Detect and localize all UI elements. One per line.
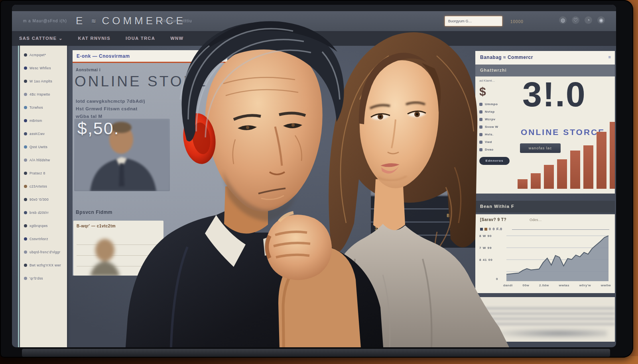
sidebar-item-2[interactable]: W 1ao Amplts	[24, 79, 65, 83]
bar-2	[531, 173, 541, 189]
sidebar-item-label: Cssvrtrksrz	[30, 237, 48, 241]
bell-icon[interactable]: ◔	[585, 16, 592, 24]
sidebar-item-13[interactable]: xgtbrqrqws	[24, 224, 65, 228]
left-sidebar: Acmpqwt*Wesc WhfiesW 1ao Amplts4Bc Hspwt…	[20, 44, 67, 347]
bar-5	[570, 151, 580, 189]
menu-icon[interactable]: ≡	[608, 55, 611, 59]
metric-value: 3!.0	[522, 76, 586, 115]
mini-item-label: Hvls.	[485, 133, 494, 136]
table-row-3[interactable]: 8040 0	[371, 236, 475, 248]
sidebar-item-12[interactable]: brsb d20t/rr	[24, 211, 65, 215]
mini-sidebar-item-3[interactable]: Svow W	[479, 125, 513, 129]
sidebar-item-4[interactable]: Tcrwhes	[24, 106, 65, 110]
sidebar-item-9[interactable]: Pratsez 8	[24, 171, 65, 175]
blurred-list-panel	[475, 297, 615, 342]
mini-sidebar-item-2[interactable]: Wzrpv	[479, 117, 513, 121]
sidebar-item-icon	[24, 67, 27, 70]
mini-sidebar-button[interactable]: Ednnvros	[479, 157, 510, 165]
sidebar-item-3[interactable]: 4Bc Hspwtte	[24, 92, 65, 96]
store-title: ONLINE STORE	[75, 73, 208, 90]
section-header: Bpsvcn Fidmm	[76, 209, 112, 215]
sidebar-item-label: 90x0 '0/300	[30, 198, 49, 202]
table-row-2[interactable]: 35973 del 0 0	[371, 223, 475, 235]
sidebar-item-10[interactable]: c23Artetss	[24, 184, 65, 188]
sidebar-item-17[interactable]: 'qr'b'dss	[24, 276, 65, 280]
sidebar-item-label: A/A hfddshw	[30, 158, 50, 162]
sidebar-item-icon	[24, 159, 27, 162]
mini-sidebar-item-0[interactable]: Ummpo	[479, 102, 513, 106]
header-hint: 10000	[510, 20, 524, 24]
mini-item-label: Svow W	[485, 125, 498, 129]
monitor-scene: m a Maur@sFnd i(h) E ≋ COMMERCE Glousun …	[0, 0, 638, 364]
sidebar-item-icon	[24, 211, 27, 214]
sidebar-item-11[interactable]: 90x0 '0/300	[24, 198, 65, 202]
sidebar-item-7[interactable]: Qsst Uwtts	[24, 145, 65, 149]
mini-sidebar-item-6[interactable]: Dvao	[479, 148, 513, 151]
store-eyebrow: Aonstvmai i	[76, 68, 100, 72]
sidebar-item-14[interactable]: Cssvrtrksrz	[24, 237, 65, 241]
x-axis-label-3: wwtas	[559, 284, 569, 287]
mini-sidebar-item-1[interactable]: Nvtsp	[479, 110, 513, 114]
sidebar-item-icon	[24, 132, 27, 135]
bar-6	[583, 145, 593, 189]
sidebar-item-15[interactable]: ubqrd-frenc'd'vlggr	[24, 250, 65, 254]
blurred-text-blob	[487, 328, 607, 339]
orders-header-right: (zkt)	[457, 186, 465, 190]
analytics-panel: Banabag ≈ Commercr ≡ Ghattwrzhi ad Klamt…	[475, 51, 615, 342]
mini-sidebar-item-4[interactable]: Hvls.	[479, 133, 513, 136]
sidebar-item-icon	[24, 145, 27, 149]
price-label: $,50.	[77, 119, 120, 138]
search-input[interactable]	[445, 16, 502, 26]
bar-7	[597, 132, 606, 189]
bar-4	[557, 159, 567, 189]
mini-item-icon	[479, 103, 482, 106]
monitor-bezel-bottom	[22, 349, 610, 357]
area-chart-card: [Sarav? 9 T? Odes… 0 0 F.0 8 W 907 W 998…	[475, 214, 615, 293]
nav-item-2[interactable]: IOUA TRCA	[126, 36, 155, 41]
store-brand: E-onk — Cnosvirmam	[77, 53, 130, 59]
nav-item-0[interactable]: SAS CATTONE ⌄	[19, 36, 63, 41]
sidebar-item-1[interactable]: Wesc Whfies	[24, 66, 65, 70]
sidebar-item-8[interactable]: A/A hfddshw	[24, 158, 65, 162]
table-row-0[interactable]: 6614.0word 0949	[371, 196, 475, 208]
sidebar-item-6[interactable]: assKCwv	[24, 132, 65, 136]
screen-edge-highlight	[18, 43, 19, 347]
sidebar-item-icon	[24, 80, 27, 83]
x-axis-labels: dandi00w2.0dwwwtasw0ry'www0w	[503, 284, 611, 287]
mini-item-label: Ummpo	[485, 102, 498, 106]
table-cell-c1: AW	[375, 213, 397, 218]
sidebar-item-icon	[24, 93, 27, 96]
user-icon[interactable]: ◍	[559, 16, 567, 24]
heart-icon[interactable]: ♡	[572, 16, 579, 24]
app-header: m a Maur@sFnd i(h) E ≋ COMMERCE Glousun …	[12, 11, 616, 31]
bar-1	[518, 179, 528, 189]
store-paragraph: Iotd cawvgkshcmctp 7dbAd/jHst Grmwd Fits…	[76, 99, 211, 121]
sidebar-item-16[interactable]: Bwt wzhg'rrXX wwr	[24, 263, 65, 267]
customer-photo-blur	[87, 237, 123, 276]
sidebar-item-icon	[24, 277, 27, 280]
header-right-text: Glousun tutttiu	[160, 19, 192, 23]
sidebar-item-label: Acmpqwt*	[30, 53, 46, 57]
sidebar-item-label: mBrtsm	[30, 119, 42, 123]
x-axis-label-2: 2.0dw	[539, 284, 549, 287]
mini-sidebar-item-5[interactable]: Vwd	[479, 140, 513, 144]
bar-8	[610, 122, 615, 189]
sidebar-item-5[interactable]: mBrtsm	[24, 119, 65, 123]
table-row-1[interactable]: AWNB45 8996 0	[371, 209, 475, 221]
chart-section-title: Bean Withia F	[480, 204, 514, 209]
sidebar-item-label: brsb d20t/rr	[30, 211, 49, 215]
mini-item-label: Nvtsp	[485, 110, 495, 114]
nav-item-1[interactable]: KAT RNVNIS	[78, 36, 110, 41]
sidebar-item-0[interactable]: Acmpqwt*	[24, 53, 65, 57]
orders-table-header: rw… (zkt)	[371, 181, 475, 195]
y-axis-label-1: 7 W 99	[479, 246, 492, 250]
nav-item-3[interactable]: WNW	[170, 36, 183, 41]
table-cell-c1: 661	[375, 200, 397, 205]
cart-icon[interactable]: ◉	[597, 16, 605, 24]
table-cell-c3: B45 8996 0	[447, 213, 471, 218]
mini-item-icon	[479, 118, 482, 121]
sidebar-item-icon	[24, 172, 27, 175]
product-card[interactable]: $,50.	[74, 119, 170, 191]
mini-item-icon	[479, 125, 482, 129]
sidebar-item-label: Pratsez 8	[30, 171, 45, 175]
